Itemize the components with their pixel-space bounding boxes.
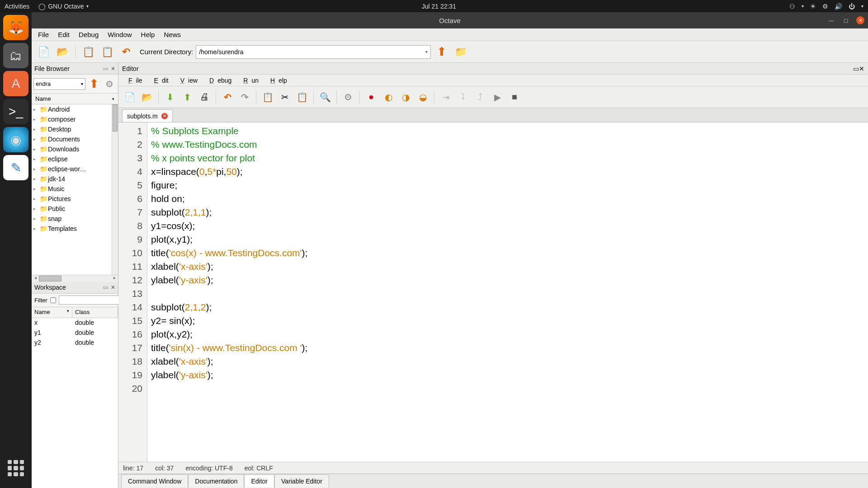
menu-debug[interactable]: Debug (75, 30, 102, 39)
editor-menu-view[interactable]: View (173, 76, 201, 85)
show-applications-button[interactable] (3, 455, 28, 481)
launcher-firefox[interactable]: 🦊 (3, 15, 28, 40)
editor-save-button[interactable] (162, 89, 178, 105)
breakpoint-next-button[interactable] (398, 89, 413, 105)
file-browser-list[interactable]: ▸📁Android▸📁composer▸📁Desktop▸📁Documents▸… (32, 104, 118, 275)
brightness-icon[interactable]: ☀ (810, 3, 816, 10)
file-browser-item[interactable]: ▸📁Music (32, 184, 118, 194)
close-panel-button[interactable]: ✕ (111, 284, 115, 291)
app-menu[interactable]: ◯ GNU Octave ▾ (38, 3, 88, 10)
undo-button[interactable] (118, 44, 134, 60)
undock-button[interactable]: ▭ (103, 284, 108, 291)
menu-edit[interactable]: Edit (54, 30, 73, 39)
breakpoint-clear-button[interactable] (415, 89, 430, 105)
step-out-button[interactable]: ⤴ (472, 89, 488, 105)
activities-button[interactable]: Activities (5, 3, 29, 10)
editor-prefs-button[interactable] (340, 89, 356, 105)
undock-button[interactable]: ▭ (853, 65, 859, 72)
file-browser-item[interactable]: ▸📁Pictures (32, 194, 118, 204)
undock-button[interactable]: ▭ (103, 66, 108, 72)
menu-window[interactable]: Window (104, 30, 135, 39)
bottom-tab[interactable]: Documentation (188, 474, 244, 488)
file-browser-item[interactable]: ▸📁Downloads (32, 144, 118, 154)
workspace-row[interactable]: y1double (32, 328, 118, 338)
editor-menu-edit[interactable]: Edit (147, 76, 172, 85)
editor-saveas-button[interactable] (179, 89, 195, 105)
accessibility-icon[interactable]: ⚇ (789, 3, 795, 10)
file-browser-header[interactable]: Name ▾ (32, 94, 118, 104)
code-content[interactable]: % Subplots Example % www.TestingDocs.com… (147, 122, 868, 462)
file-browser-up-button[interactable] (87, 77, 101, 91)
paste-button[interactable] (99, 44, 115, 60)
close-button[interactable]: ✕ (856, 16, 864, 24)
breakpoint-prev-button[interactable] (381, 89, 396, 105)
launcher-software[interactable]: A (3, 71, 28, 96)
current-directory-input[interactable]: /home/surendra ▾ (196, 45, 431, 59)
step-in-button[interactable]: ⤵ (455, 89, 471, 105)
file-browser-item[interactable]: ▸📁eclipse-wor… (32, 164, 118, 174)
editor-menu-help[interactable]: Help (263, 76, 291, 85)
file-browser-item[interactable]: ▸📁Android (32, 104, 118, 114)
editor-redo-button[interactable] (237, 89, 252, 105)
editor-open-button[interactable] (139, 89, 155, 105)
file-browser-item[interactable]: ▸📁Documents (32, 134, 118, 144)
workspace-filter-checkbox[interactable] (50, 297, 56, 303)
editor-tabs: subplots.m ✕ (118, 108, 868, 122)
editor-undo-button[interactable] (220, 89, 235, 105)
menu-news[interactable]: News (160, 30, 184, 39)
launcher-files[interactable]: 🗂 (3, 43, 28, 68)
workspace-row[interactable]: y2double (32, 338, 118, 348)
clock[interactable]: Jul 21 22:31 (89, 3, 789, 10)
editor-menu-file[interactable]: File (121, 76, 146, 85)
power-icon[interactable]: ⏻ (849, 3, 855, 10)
directory-up-button[interactable] (434, 44, 450, 60)
scrollbar-vertical[interactable] (112, 104, 118, 275)
bottom-tab[interactable]: Command Window (121, 474, 188, 488)
file-browser-item[interactable]: ▸📁jdk-14 (32, 174, 118, 184)
copy-button[interactable] (80, 44, 96, 60)
editor-find-button[interactable] (317, 89, 333, 105)
editor-copy-button[interactable] (260, 89, 275, 105)
maximize-button[interactable]: ▢ (842, 16, 850, 24)
launcher-texteditor[interactable]: ✎ (3, 155, 28, 180)
launcher-terminal[interactable]: >_ (3, 99, 28, 124)
step-over-button[interactable]: ⇥ (438, 89, 453, 105)
workspace-row[interactable]: xdouble (32, 318, 118, 328)
file-browser-item[interactable]: ▸📁snap (32, 214, 118, 224)
close-panel-button[interactable]: ✕ (111, 66, 115, 72)
file-browser-item[interactable]: ▸📁composer (32, 114, 118, 124)
network-icon[interactable]: ⚙ (822, 3, 828, 10)
run-button[interactable] (490, 89, 505, 105)
close-panel-button[interactable]: ✕ (859, 65, 864, 72)
file-browser-item[interactable]: ▸📁Templates (32, 224, 118, 234)
open-file-button[interactable] (54, 44, 71, 60)
file-browser-path-input[interactable]: endra ▾ (33, 78, 85, 90)
editor-new-button[interactable] (122, 89, 137, 105)
file-browser-settings-button[interactable] (103, 77, 116, 91)
volume-icon[interactable]: 🔊 (835, 3, 842, 10)
file-browser-item[interactable]: ▸📁Public (32, 204, 118, 214)
breakpoint-toggle-button[interactable] (363, 89, 379, 105)
editor-menu-debug[interactable]: Debug (202, 76, 235, 85)
editor-cut-button[interactable] (277, 89, 292, 105)
minimize-button[interactable]: — (827, 16, 835, 24)
workspace-body[interactable]: xdoubley1doubley2double (32, 318, 118, 488)
editor-paste-button[interactable] (294, 89, 310, 105)
file-browser-item[interactable]: ▸📁eclipse (32, 154, 118, 164)
workspace-header[interactable]: Name▾ Class (32, 307, 118, 318)
bottom-tab[interactable]: Editor (244, 474, 274, 488)
menu-help[interactable]: Help (137, 30, 159, 39)
new-file-button[interactable] (35, 44, 52, 60)
launcher-octave[interactable]: ◉ (3, 127, 28, 152)
bottom-tab[interactable]: Variable Editor (274, 474, 329, 488)
file-browser-item[interactable]: ▸📁Desktop (32, 124, 118, 134)
code-area[interactable]: 1234567891011121314151617181920 % Subplo… (118, 122, 868, 462)
editor-menu-run[interactable]: Run (236, 76, 262, 85)
editor-print-button[interactable] (197, 89, 212, 105)
menu-file[interactable]: File (34, 30, 52, 39)
browse-directory-button[interactable] (453, 44, 469, 60)
editor-tab[interactable]: subplots.m ✕ (122, 109, 173, 122)
status-eol: eol: CRLF (245, 465, 273, 472)
scrollbar-horizontal[interactable]: ◂▸ (32, 275, 118, 282)
stop-button[interactable] (507, 89, 522, 105)
